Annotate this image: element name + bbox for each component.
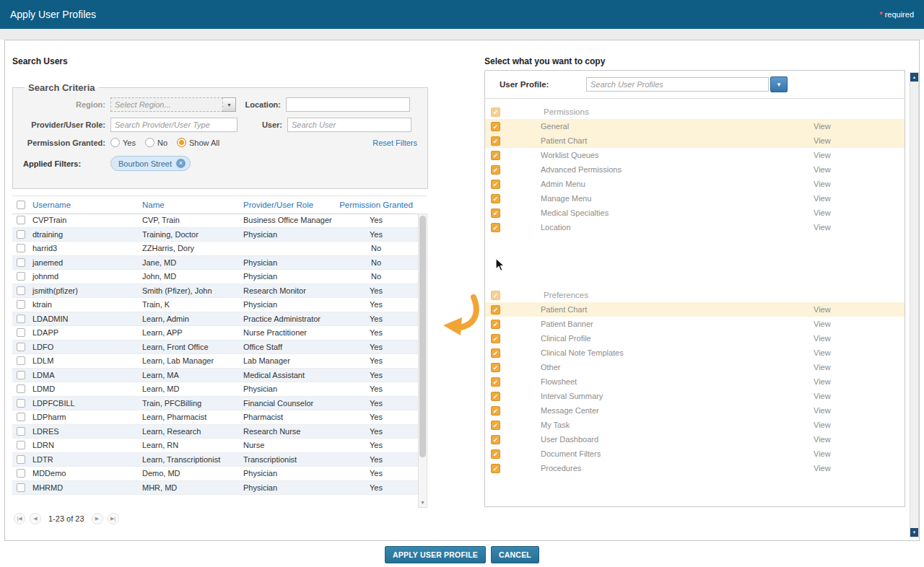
table-row[interactable]: MDDemoDemo, MDPhysicianYes	[12, 467, 418, 481]
copy-item-row[interactable]: ✔Admin MenuView	[485, 177, 905, 191]
copy-item-row[interactable]: ✔Message CenterView	[485, 403, 905, 418]
item-view-link[interactable]: View	[814, 421, 905, 429]
copy-item-row[interactable]: ✔OtherView	[485, 360, 905, 374]
item-view-link[interactable]: View	[814, 464, 905, 472]
table-row[interactable]: LDFOLearn, Front OfficeOffice StaffYes	[12, 340, 418, 355]
table-row[interactable]: LDPharmLearn, PharmacistPharmacistYes	[12, 410, 418, 425]
table-row[interactable]: LDMALearn, MAMedical AssistantYes	[12, 369, 418, 383]
prev-page-icon[interactable]: ◀	[30, 513, 41, 524]
row-checkbox[interactable]	[17, 441, 25, 449]
close-icon[interactable]: ×	[176, 159, 186, 168]
row-checkbox[interactable]	[17, 371, 25, 379]
table-row[interactable]: janemedJane, MDPhysicianNo	[12, 256, 418, 271]
checked-checkbox-icon[interactable]: ✔	[491, 464, 500, 473]
row-checkbox[interactable]	[17, 328, 25, 337]
table-row[interactable]: LDRNLearn, RNNurseYes	[12, 439, 418, 453]
checked-checkbox-icon[interactable]: ✔	[491, 305, 500, 315]
radio-show-all[interactable]: Show All	[177, 138, 219, 147]
row-checkbox[interactable]	[17, 272, 25, 281]
col-permission-granted[interactable]: Permission Granted	[334, 201, 418, 209]
row-checkbox[interactable]	[17, 384, 25, 393]
table-row[interactable]: ktrainTrain, KPhysicianYes	[12, 298, 418, 312]
copy-item-row[interactable]: ✔Interval SummaryView	[485, 389, 905, 403]
item-view-link[interactable]: View	[814, 406, 905, 415]
copy-item-row[interactable]: ✔FlowsheetView	[485, 374, 905, 389]
item-view-link[interactable]: View	[814, 208, 905, 217]
copy-item-row[interactable]: ✔ProceduresView	[485, 461, 905, 475]
copy-item-row[interactable]: ✔GeneralView	[485, 119, 905, 133]
copy-item-row[interactable]: ✔Advanced PermissionsView	[485, 162, 905, 177]
table-row[interactable]: LDTRLearn, TranscriptionistTranscription…	[12, 453, 418, 467]
copy-item-row[interactable]: ✔Manage MenuView	[485, 191, 905, 206]
checked-checkbox-icon[interactable]: ✔	[491, 165, 500, 175]
region-dropdown-button[interactable]: ▼	[223, 97, 236, 112]
row-checkbox[interactable]	[17, 483, 25, 492]
table-row[interactable]: jsmith(pfizer)Smith (Pfizer), JohnResear…	[12, 284, 418, 299]
row-checkbox[interactable]	[17, 427, 25, 436]
panel-scrollbar[interactable]: ▲ ▼	[910, 72, 919, 537]
row-checkbox[interactable]	[17, 399, 25, 408]
checked-checkbox-icon[interactable]: ✔	[491, 122, 500, 131]
row-checkbox[interactable]	[17, 315, 25, 323]
scroll-up-icon[interactable]: ▲	[910, 73, 918, 82]
checked-checkbox-icon[interactable]: ✔	[491, 435, 500, 444]
checked-checkbox-icon[interactable]: ✔	[491, 136, 500, 146]
scroll-down-icon[interactable]: ▼	[910, 528, 918, 537]
table-row[interactable]: LDPFCBILLTrain, PFCBillingFinancial Coun…	[12, 397, 418, 411]
copy-item-row[interactable]: ✔Medical SpecialtiesView	[485, 206, 905, 220]
scrollbar-thumb[interactable]	[419, 216, 426, 457]
copy-item-row[interactable]: ✔Clinical Note TemplatesView	[485, 346, 905, 360]
checked-checkbox-icon[interactable]: ✔	[491, 194, 500, 203]
checked-checkbox-icon[interactable]: ✔	[491, 208, 500, 218]
user-profile-search-input[interactable]	[586, 77, 769, 92]
copy-item-row[interactable]: ✔Patient ChartView	[485, 133, 905, 148]
copy-item-row[interactable]: ✔Worklist QueuesView	[485, 148, 905, 162]
select-all-checkbox[interactable]	[17, 201, 25, 209]
checked-checkbox-icon[interactable]: ✔	[491, 180, 500, 189]
copy-item-row[interactable]: ✔Patient BannerView	[485, 317, 905, 331]
table-row[interactable]: LDMDLearn, MDPhysicianYes	[12, 382, 418, 397]
reset-filters-link[interactable]: Reset Filters	[372, 139, 417, 147]
item-view-link[interactable]: View	[814, 392, 905, 400]
row-checkbox[interactable]	[17, 286, 25, 295]
location-input[interactable]	[286, 97, 410, 112]
copy-item-row[interactable]: ✔LocationView	[485, 220, 905, 234]
copy-item-row[interactable]: ✔User DashboardView	[485, 432, 905, 447]
copy-item-row[interactable]: ✔Patient ChartView	[485, 302, 905, 317]
item-view-link[interactable]: View	[814, 136, 905, 145]
item-view-link[interactable]: View	[814, 348, 905, 357]
checked-checkbox-icon[interactable]: ✔	[491, 449, 500, 459]
checked-checkbox-icon[interactable]: ✔	[491, 223, 500, 232]
table-scrollbar[interactable]: ▼	[418, 214, 427, 508]
scroll-down-icon[interactable]: ▼	[419, 498, 427, 507]
checked-checkbox-icon[interactable]: ✔	[491, 363, 500, 372]
checked-checkbox-icon[interactable]: ✔	[491, 151, 500, 160]
checked-checkbox-icon[interactable]: ✔	[491, 421, 500, 430]
table-row[interactable]: LDRESLearn, ResearchResearch NurseYes	[12, 425, 418, 439]
table-row[interactable]: dtrainingTraining, DoctorPhysicianYes	[12, 228, 418, 242]
table-row[interactable]: harrid3ZZHarris, DoryNo	[12, 242, 418, 256]
item-view-link[interactable]: View	[814, 449, 905, 458]
radio-yes[interactable]: Yes	[110, 138, 136, 147]
row-checkbox[interactable]	[17, 413, 25, 421]
row-checkbox[interactable]	[17, 258, 25, 267]
item-view-link[interactable]: View	[814, 377, 905, 386]
item-view-link[interactable]: View	[814, 320, 905, 328]
region-select[interactable]: Select Region...	[110, 97, 223, 112]
col-provider-role[interactable]: Provider/User Role	[240, 201, 334, 209]
cancel-button[interactable]: CANCEL	[491, 546, 539, 563]
user-input[interactable]	[287, 118, 411, 132]
checked-checkbox-icon[interactable]: ✔	[491, 348, 500, 358]
user-profile-dropdown-button[interactable]: ▼	[770, 76, 788, 92]
row-checkbox[interactable]	[17, 216, 25, 224]
group-row-preferences[interactable]: ✔Preferences	[485, 288, 905, 302]
checked-checkbox-icon[interactable]: ✔	[491, 291, 500, 300]
copy-item-row[interactable]: ✔Document FiltersView	[485, 447, 905, 461]
first-page-icon[interactable]: |◀	[14, 513, 25, 524]
table-row[interactable]: johnmdJohn, MDPhysicianNo	[12, 270, 418, 284]
table-row[interactable]: LDADMINLearn, AdminPractice Administrato…	[12, 312, 418, 327]
radio-no[interactable]: No	[145, 138, 167, 147]
item-view-link[interactable]: View	[814, 363, 905, 372]
checked-checkbox-icon[interactable]: ✔	[491, 392, 500, 401]
item-view-link[interactable]: View	[814, 165, 905, 174]
